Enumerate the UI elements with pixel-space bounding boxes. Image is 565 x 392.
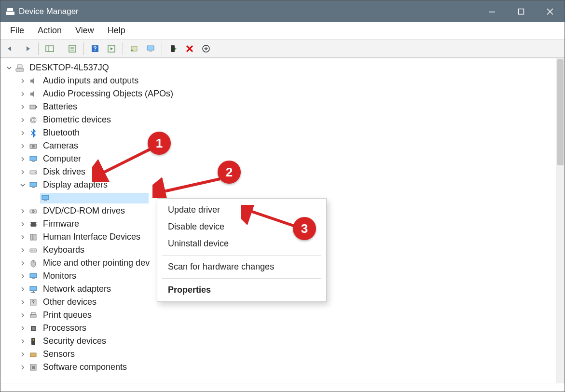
- svg-point-26: [32, 145, 35, 148]
- chevron-right-icon[interactable]: [19, 338, 27, 345]
- tree-category[interactable]: Print queues: [5, 309, 551, 322]
- chevron-right-icon[interactable]: [19, 103, 27, 111]
- chevron-right-icon[interactable]: [19, 90, 27, 98]
- menu-file[interactable]: File: [3, 24, 31, 38]
- svg-rect-52: [30, 273, 37, 278]
- show-hide-tree-button[interactable]: [42, 41, 57, 56]
- disable-device-button[interactable]: [182, 41, 197, 56]
- content-area: DESKTOP-4L537JQ Audio inputs and outputs…: [0, 58, 565, 383]
- tree-label: Cameras: [42, 140, 79, 151]
- tree-category[interactable]: Cameras: [5, 139, 551, 152]
- chevron-right-icon[interactable]: [19, 311, 27, 319]
- tree-category[interactable]: Computer: [5, 152, 551, 165]
- nav-back-button[interactable]: [3, 41, 18, 56]
- monitor-icon: [28, 271, 38, 281]
- network-icon: [28, 284, 38, 294]
- chevron-right-icon[interactable]: [19, 155, 27, 163]
- context-menu-scan-hardware[interactable]: Scan for hardware changes: [157, 258, 326, 275]
- chevron-right-icon[interactable]: [19, 142, 27, 150]
- minimize-button[interactable]: [478, 0, 507, 22]
- tree-category[interactable]: Bluetooth: [5, 126, 551, 139]
- properties-button[interactable]: [65, 41, 80, 56]
- chevron-right-icon[interactable]: [19, 246, 27, 254]
- chevron-down-icon[interactable]: [5, 64, 13, 72]
- scan-hardware-button[interactable]: [127, 41, 141, 56]
- maximize-button[interactable]: [507, 0, 536, 22]
- svg-rect-2: [489, 12, 495, 13]
- context-menu-update-driver[interactable]: Update driver: [157, 202, 326, 218]
- chevron-right-icon[interactable]: [19, 220, 27, 228]
- scrollbar-thumb[interactable]: [557, 59, 564, 165]
- tree-category[interactable]: Security devices: [5, 335, 551, 348]
- chevron-right-icon[interactable]: [19, 285, 27, 293]
- cpu-icon: [28, 324, 38, 333]
- chevron-right-icon[interactable]: [19, 233, 27, 241]
- annotation-badge-1: 1: [148, 132, 171, 155]
- close-button[interactable]: [536, 0, 565, 22]
- tree-label: Bluetooth: [42, 127, 81, 138]
- svg-rect-18: [16, 68, 24, 71]
- speaker-icon: [28, 89, 38, 99]
- context-menu-properties[interactable]: Properties: [157, 282, 326, 298]
- svg-rect-53: [32, 278, 35, 279]
- display-adapter-icon: [28, 180, 38, 190]
- context-menu: Update driver Disable device Uninstall d…: [157, 198, 327, 302]
- context-menu-separator: [162, 278, 321, 279]
- help-button[interactable]: ?: [88, 41, 102, 56]
- chevron-right-icon[interactable]: [19, 207, 27, 215]
- menu-view[interactable]: View: [69, 24, 101, 38]
- computer-root-icon: [15, 63, 25, 73]
- status-bar: [0, 383, 565, 392]
- chip-icon: [28, 219, 38, 229]
- chevron-right-icon[interactable]: [19, 77, 27, 85]
- tree-category[interactable]: Batteries: [5, 100, 551, 113]
- tree-category[interactable]: Biometric devices: [5, 113, 551, 126]
- svg-rect-49: [34, 250, 35, 251]
- chevron-right-icon[interactable]: [19, 129, 27, 137]
- tree-label: Audio Processing Objects (APOs): [42, 88, 174, 99]
- svg-rect-47: [31, 250, 32, 251]
- enable-device-button[interactable]: [166, 41, 180, 56]
- battery-icon: [28, 102, 38, 112]
- svg-point-24: [33, 120, 34, 121]
- tree-category[interactable]: Sensors: [5, 348, 551, 361]
- nav-forward-button[interactable]: [20, 41, 34, 56]
- tree-label: Mice and other pointing dev: [42, 257, 151, 269]
- menu-action[interactable]: Action: [31, 24, 69, 38]
- titlebar: Device Manager: [0, 0, 565, 22]
- chevron-right-icon[interactable]: [19, 298, 27, 306]
- uninstall-device-button[interactable]: [199, 41, 213, 56]
- chevron-right-icon[interactable]: [19, 324, 27, 332]
- tree-category[interactable]: Processors: [5, 322, 551, 335]
- optical-drive-icon: [28, 206, 38, 216]
- svg-rect-21: [36, 106, 37, 108]
- drive-icon: [28, 167, 38, 177]
- chevron-right-icon[interactable]: [19, 168, 27, 176]
- tree-category[interactable]: Software components: [5, 361, 551, 374]
- speaker-icon: [28, 76, 38, 86]
- chevron-right-icon[interactable]: [19, 364, 27, 371]
- chevron-right-icon[interactable]: [19, 272, 27, 280]
- device-manager-window: Device Manager File Action View Help: [0, 0, 565, 392]
- tree-category-display-adapters[interactable]: Display adapters: [5, 178, 551, 191]
- chevron-down-icon[interactable]: [19, 181, 27, 189]
- chevron-right-icon[interactable]: [19, 351, 27, 358]
- action-list-button[interactable]: [104, 41, 119, 56]
- tree-category[interactable]: Audio Processing Objects (APOs): [5, 87, 551, 100]
- tree-category[interactable]: Audio inputs and outputs: [5, 74, 551, 87]
- tree-category[interactable]: Disk drives: [5, 165, 551, 178]
- tree-label: Batteries: [42, 101, 78, 112]
- tree-root[interactable]: DESKTOP-4L537JQ: [5, 61, 551, 74]
- svg-rect-34: [44, 200, 47, 201]
- tree-label: Print queues: [42, 310, 93, 321]
- menubar: File Action View Help: [0, 22, 565, 40]
- menu-help[interactable]: Help: [101, 24, 132, 38]
- svg-rect-33: [42, 195, 49, 200]
- chevron-right-icon[interactable]: [19, 116, 27, 124]
- update-driver-button[interactable]: [143, 41, 158, 56]
- vertical-scrollbar[interactable]: [556, 58, 565, 383]
- hid-icon: [28, 232, 38, 242]
- svg-rect-37: [31, 222, 36, 227]
- unknown-device-icon: ?: [28, 297, 38, 307]
- chevron-right-icon[interactable]: [19, 259, 27, 267]
